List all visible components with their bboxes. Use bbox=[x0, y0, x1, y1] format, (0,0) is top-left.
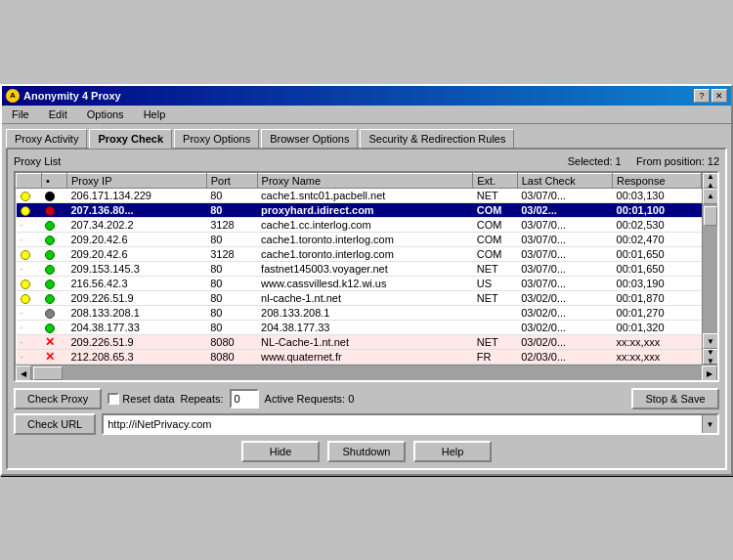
proxy-table-container: • Proxy IP Port Proxy Name Ext. Last Che… bbox=[14, 171, 719, 383]
col-response[interactable]: Response bbox=[613, 173, 702, 188]
cell-name: NL-Cache-1.nt.net bbox=[257, 335, 473, 350]
cell-icon1 bbox=[17, 277, 42, 291]
scroll-up-double[interactable]: ▲▲ bbox=[703, 173, 718, 189]
cell-icon2 bbox=[41, 306, 66, 321]
window-title: Anonymity 4 Proxy bbox=[23, 90, 121, 102]
cell-response: 00:01,650 bbox=[613, 262, 702, 277]
tab-proxy-activity[interactable]: Proxy Activity bbox=[6, 129, 87, 149]
repeats-input[interactable] bbox=[230, 389, 259, 409]
cell-icon1: · bbox=[17, 321, 42, 335]
stop-save-button[interactable]: Stop & Save bbox=[631, 388, 719, 409]
cell-ext: COM bbox=[473, 202, 517, 217]
close-button[interactable]: ✕ bbox=[711, 89, 727, 103]
dot-icon: · bbox=[21, 234, 23, 245]
vertical-scrollbar[interactable]: ▲▲ ▲ ▼ ▼▼ bbox=[702, 173, 717, 366]
cell-icon2: ✕ bbox=[41, 350, 66, 365]
cell-ip: 212.208.65.3 bbox=[66, 350, 206, 365]
control-row-1: Check Proxy Reset data Repeats: Active R… bbox=[14, 388, 719, 409]
cell-name: nl-cache-1.nt.net bbox=[257, 291, 473, 306]
cell-port: 80 bbox=[206, 202, 257, 217]
table-scroll-area[interactable]: • Proxy IP Port Proxy Name Ext. Last Che… bbox=[16, 173, 702, 366]
cell-name: 208.133.208.1 bbox=[257, 306, 473, 321]
icon-green bbox=[45, 265, 55, 275]
cell-icon1: · bbox=[17, 306, 42, 321]
scroll-down-double[interactable]: ▼▼ bbox=[703, 349, 718, 365]
shutdown-button[interactable]: Shutdown bbox=[327, 441, 406, 462]
reset-data-label[interactable]: Reset data bbox=[108, 393, 174, 405]
cell-ext bbox=[473, 321, 517, 335]
cell-icon2 bbox=[41, 262, 66, 277]
col-icon2[interactable]: • bbox=[41, 173, 66, 188]
menu-file[interactable]: File bbox=[6, 108, 35, 121]
col-last-check[interactable]: Last Check bbox=[517, 173, 612, 188]
url-row: Check URL ▼ bbox=[14, 413, 719, 435]
horizontal-scrollbar[interactable]: ◀ ▶ bbox=[16, 365, 717, 380]
scroll-thumb[interactable] bbox=[704, 206, 717, 226]
url-input-container[interactable]: ▼ bbox=[102, 413, 719, 435]
cell-icon1 bbox=[17, 246, 42, 261]
tab-browser-options[interactable]: Browser Options bbox=[261, 129, 358, 149]
scroll-down[interactable]: ▼ bbox=[703, 333, 718, 349]
cell-response: 00:03,130 bbox=[613, 188, 702, 202]
scroll-left[interactable]: ◀ bbox=[16, 366, 31, 381]
col-port[interactable]: Port bbox=[206, 173, 257, 188]
cell-ext bbox=[473, 306, 517, 321]
tab-proxy-options[interactable]: Proxy Options bbox=[174, 129, 259, 149]
cell-icon1: · bbox=[17, 262, 42, 277]
hscroll-thumb[interactable] bbox=[33, 366, 63, 380]
scroll-right[interactable]: ▶ bbox=[702, 366, 717, 381]
col-proxy-ip[interactable]: Proxy IP bbox=[66, 173, 206, 188]
check-url-button[interactable]: Check URL bbox=[14, 413, 96, 435]
cell-icon1: · bbox=[17, 335, 42, 350]
hide-button[interactable]: Hide bbox=[241, 441, 320, 462]
tab-proxy-check[interactable]: Proxy Check bbox=[89, 129, 172, 149]
proxy-list-label: Proxy List bbox=[14, 155, 61, 167]
dot-icon: · bbox=[21, 263, 23, 275]
table-row[interactable]: 209.226.51.9 80 nl-cache-1.nt.net NET 03… bbox=[17, 291, 702, 306]
title-bar-left: A Anonymity 4 Proxy bbox=[6, 89, 121, 103]
title-controls: ? ✕ bbox=[694, 89, 727, 103]
scroll-track[interactable] bbox=[703, 204, 717, 334]
table-row[interactable]: · 204.38.177.33 80 204.38.177.33 03/02/0… bbox=[17, 321, 702, 335]
menu-edit[interactable]: Edit bbox=[43, 108, 73, 121]
cell-port: 8080 bbox=[206, 350, 257, 365]
table-row[interactable]: 209.20.42.6 3128 cache1.toronto.interlog… bbox=[17, 246, 702, 261]
cell-ip: 209.20.42.6 bbox=[66, 232, 206, 246]
check-proxy-button[interactable]: Check Proxy bbox=[14, 388, 102, 409]
table-row[interactable]: · ✕ 209.226.51.9 8080 NL-Cache-1.nt.net … bbox=[17, 335, 702, 350]
proxy-table: • Proxy IP Port Proxy Name Ext. Last Che… bbox=[16, 173, 702, 366]
table-row[interactable]: · 209.20.42.6 80 cache1.toronto.interlog… bbox=[17, 232, 702, 246]
url-input[interactable] bbox=[104, 417, 702, 431]
menu-options[interactable]: Options bbox=[81, 108, 130, 121]
hscroll-track[interactable] bbox=[31, 366, 702, 381]
cell-response: 00:02,530 bbox=[613, 217, 702, 232]
cell-ip: 209.20.42.6 bbox=[66, 246, 206, 261]
cell-icon2 bbox=[41, 232, 66, 246]
table-row[interactable]: 216.56.42.3 80 www.cassvillesd.k12.wi.us… bbox=[17, 277, 702, 291]
table-row[interactable]: 206.171.134.229 80 cache1.sntc01.pacbell… bbox=[17, 188, 702, 202]
cell-icon2 bbox=[41, 217, 66, 232]
cell-name: cache1.cc.interlog.com bbox=[257, 217, 473, 232]
icon-red-x: ✕ bbox=[45, 335, 55, 349]
icon-yellow bbox=[21, 280, 30, 289]
url-dropdown-button[interactable]: ▼ bbox=[702, 415, 717, 433]
table-row[interactable]: 207.136.80... 80 proxyhard.idirect.com C… bbox=[17, 202, 702, 217]
menu-help[interactable]: Help bbox=[138, 108, 172, 121]
col-ext[interactable]: Ext. bbox=[473, 173, 517, 188]
cell-last-check: 03/07/0... bbox=[517, 232, 612, 246]
help-button[interactable]: ? bbox=[694, 89, 710, 103]
cell-name: www.quaternet.fr bbox=[257, 350, 473, 365]
help-footer-button[interactable]: Help bbox=[413, 441, 492, 462]
table-row[interactable]: · 209.153.145.3 80 fastnet145003.voyager… bbox=[17, 262, 702, 277]
scroll-up[interactable]: ▲ bbox=[703, 189, 718, 204]
cell-icon1 bbox=[17, 202, 42, 217]
cell-last-check: 03/02/0... bbox=[517, 335, 612, 350]
tab-security-redirection[interactable]: Security & Redirection Rules bbox=[360, 129, 514, 149]
cell-last-check: 03/02/0... bbox=[517, 306, 612, 321]
col-proxy-name[interactable]: Proxy Name bbox=[257, 173, 473, 188]
table-row[interactable]: · ✕ 212.208.65.3 8080 www.quaternet.fr F… bbox=[17, 350, 702, 365]
col-icon1[interactable] bbox=[17, 173, 42, 188]
table-row[interactable]: · 207.34.202.2 3128 cache1.cc.interlog.c… bbox=[17, 217, 702, 232]
table-row[interactable]: · 208.133.208.1 80 208.133.208.1 03/02/0… bbox=[17, 306, 702, 321]
reset-data-checkbox[interactable] bbox=[108, 393, 119, 405]
